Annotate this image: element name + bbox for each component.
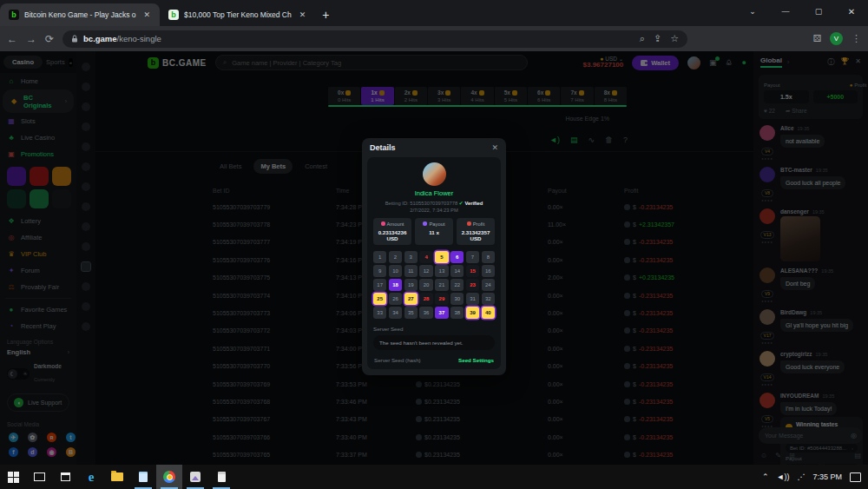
keno-number-12: 12 bbox=[419, 265, 432, 277]
search-icon[interactable]: ⌕ bbox=[640, 33, 645, 44]
keno-number-24: 24 bbox=[482, 279, 495, 291]
clock: 7:35 PM bbox=[812, 472, 842, 481]
payout-value: 11 x bbox=[417, 229, 451, 235]
omnibox-icons: ⌕ ⇪ ☆ bbox=[640, 33, 679, 44]
favicon-bcgame-icon: b bbox=[168, 10, 179, 20]
modal-body: Indica Flower Betting ID: 51055307039703… bbox=[367, 157, 501, 369]
seed-settings-link[interactable]: Seed Settings bbox=[458, 357, 494, 363]
keno-number-26: 26 bbox=[389, 293, 402, 305]
keno-number-38: 38 bbox=[450, 307, 464, 319]
browser-tab-1[interactable]: b Bitcoin Keno Game - Play Jacks o ✕ bbox=[0, 3, 160, 26]
browser-actions: ⚄ V ⋮ bbox=[812, 32, 861, 45]
player-avatar bbox=[423, 162, 446, 186]
share-icon[interactable]: ⇪ bbox=[654, 33, 661, 44]
player-name: Indica Flower bbox=[373, 189, 495, 197]
start-glyph bbox=[8, 472, 19, 483]
keno-number-9: 9 bbox=[373, 265, 386, 277]
tab-search-icon[interactable]: ⌄ bbox=[736, 7, 769, 16]
keno-number-14: 14 bbox=[450, 265, 464, 277]
action-center-icon[interactable] bbox=[850, 472, 861, 482]
taskbar-notepad-icon[interactable] bbox=[130, 465, 156, 489]
keno-number-21: 21 bbox=[435, 279, 448, 291]
volume-icon[interactable]: ◄)) bbox=[777, 472, 790, 481]
taskbar-paint-icon[interactable] bbox=[182, 465, 208, 489]
taskbar-task-view-icon[interactable] bbox=[26, 465, 52, 489]
bet-details-modal: Details ✕ Indica Flower Betting ID: 5105… bbox=[362, 138, 506, 375]
keno-number-8: 8 bbox=[482, 251, 495, 263]
payout-icon bbox=[423, 221, 427, 226]
keno-number-19: 19 bbox=[404, 279, 418, 291]
chrome-glyph bbox=[163, 471, 175, 483]
keno-number-33: 33 bbox=[373, 307, 386, 319]
keno-number-2: 2 bbox=[389, 251, 402, 263]
window-close-button[interactable]: ✕ bbox=[835, 7, 868, 17]
taskbar-file-explorer-icon[interactable] bbox=[104, 465, 130, 489]
verified-label: Verified bbox=[464, 201, 483, 206]
url-omnibox[interactable]: bc.game/keno-single ⌕ ⇪ ☆ bbox=[62, 30, 687, 48]
notepad-glyph bbox=[139, 472, 148, 482]
window-minimize-button[interactable]: — bbox=[769, 7, 802, 16]
window-maximize-button[interactable]: ▢ bbox=[802, 7, 835, 16]
amount-value: 0.23134236 USD bbox=[375, 229, 410, 241]
modal-close-icon[interactable]: ✕ bbox=[491, 143, 498, 152]
bcgame-page: Casino Sports « ⌂Home◆BC Originals›▦Slot… bbox=[0, 51, 868, 465]
extensions-puzzle-icon[interactable]: ⚄ bbox=[812, 33, 821, 44]
taskbar-edge-icon[interactable]: e bbox=[78, 465, 104, 489]
network-icon[interactable]: ⋰ bbox=[797, 472, 805, 481]
taskbar-store-icon[interactable] bbox=[52, 465, 78, 489]
new-tab-button[interactable]: + bbox=[322, 8, 329, 22]
store-glyph bbox=[61, 472, 70, 481]
paint-glyph bbox=[190, 472, 201, 482]
keno-number-23: 23 bbox=[466, 279, 479, 291]
browser-address-bar: ← → ⟳ bc.game/keno-single ⌕ ⇪ ☆ ⚄ V ⋮ bbox=[0, 26, 868, 51]
favicon-bcgame-icon: b bbox=[9, 10, 19, 20]
keno-number-17: 17 bbox=[373, 279, 386, 291]
profit-card: Profit 2.31342357 USD bbox=[457, 218, 495, 245]
taskbar-start-icon[interactable] bbox=[0, 465, 26, 489]
keno-number-4: 4 bbox=[419, 251, 432, 263]
tab-close-icon[interactable]: ✕ bbox=[141, 10, 154, 20]
modal-title: Details bbox=[370, 143, 396, 152]
seed-hash-row: Server Seed (hash) Seed Settings bbox=[373, 357, 495, 365]
amount-icon bbox=[381, 221, 385, 226]
server-seed-hash-label: Server Seed (hash) bbox=[374, 357, 421, 363]
windows-taskbar: e ⌃ ◄)) ⋰ 7:35 PM bbox=[0, 465, 868, 489]
keno-number-29: 29 bbox=[435, 293, 448, 305]
browser-tab-2[interactable]: b $10,000 Top Tier Keno Mixed Ch ✕ bbox=[160, 3, 315, 26]
tray-expand-icon[interactable]: ⌃ bbox=[762, 472, 769, 481]
keno-number-31: 31 bbox=[466, 293, 479, 305]
taskbar-calculator-icon[interactable] bbox=[208, 465, 234, 489]
lock-icon bbox=[71, 35, 78, 43]
back-icon[interactable]: ← bbox=[7, 33, 17, 45]
window-controls: ⌄ — ▢ ✕ bbox=[736, 0, 868, 23]
edge-glyph: e bbox=[89, 470, 95, 485]
taskbar-apps: e bbox=[0, 465, 234, 489]
keno-number-5: 5 bbox=[435, 251, 448, 263]
profit-icon bbox=[467, 221, 471, 226]
keno-number-18: 18 bbox=[389, 279, 402, 291]
tab-title: Bitcoin Keno Game - Play Jacks o bbox=[24, 10, 136, 19]
keno-number-11: 11 bbox=[404, 265, 418, 277]
tab-close-icon[interactable]: ✕ bbox=[297, 10, 309, 20]
bookmark-star-icon[interactable]: ☆ bbox=[670, 33, 679, 44]
tab-title: $10,000 Top Tier Keno Mixed Ch bbox=[184, 10, 292, 19]
keno-number-6: 6 bbox=[450, 251, 464, 263]
keno-number-7: 7 bbox=[466, 251, 479, 263]
reload-icon[interactable]: ⟳ bbox=[45, 33, 54, 45]
browser-menu-icon[interactable]: ⋮ bbox=[852, 33, 861, 44]
keno-number-35: 35 bbox=[404, 307, 418, 319]
taskbar-chrome-icon[interactable] bbox=[156, 465, 182, 489]
keno-result-grid: 1234567891011121314151617181920212223242… bbox=[373, 251, 495, 319]
task-view-glyph bbox=[34, 472, 45, 481]
keno-number-34: 34 bbox=[389, 307, 402, 319]
keno-number-15: 15 bbox=[466, 265, 479, 277]
keno-number-30: 30 bbox=[450, 293, 464, 305]
payout-card: Payout 11 x bbox=[415, 218, 453, 245]
browser-profile-avatar[interactable]: V bbox=[830, 32, 843, 45]
url-text: bc.game/keno-single bbox=[83, 34, 161, 43]
profit-value: 2.31342357 USD bbox=[458, 229, 493, 241]
bet-stats: Amount 0.23134236 USD Payout 11 x Profit… bbox=[373, 218, 495, 245]
keno-number-16: 16 bbox=[482, 265, 495, 277]
keno-number-39: 39 bbox=[466, 307, 479, 319]
forward-icon[interactable]: → bbox=[26, 33, 36, 45]
